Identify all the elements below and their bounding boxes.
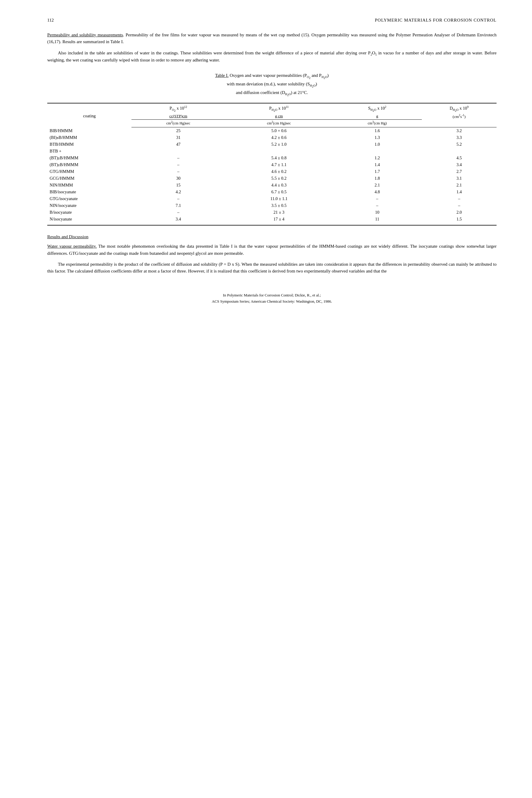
cell-ph2o: 4.2 ± 0.6: [225, 134, 332, 141]
col-header-dh2o-unit2: [422, 119, 497, 127]
table-caption: Table I. Oxygen and water vapour permeab…: [47, 72, 497, 97]
cell-ph2o: 6.7 ± 0.5: [225, 189, 332, 196]
cell-coating: (BI)₃B/HMMM: [47, 134, 131, 141]
cell-po2: –: [131, 196, 225, 202]
cell-dh2o: 2.0: [422, 209, 497, 216]
cell-dh2o: 1.4: [422, 189, 497, 196]
cell-coating: GTG/HMMM: [47, 168, 131, 175]
cell-po2: 25: [131, 127, 225, 134]
cell-po2: 4.2: [131, 189, 225, 196]
table-row: (BI)₃B/HMMM314.2 ± 0.61.33.3: [47, 134, 497, 141]
cell-coating: BTB/HMMM: [47, 141, 131, 148]
cell-ph2o: 4.6 ± 0.2: [225, 168, 332, 175]
cell-po2: [131, 148, 225, 154]
water-vapour-label: Water vapour permeability.: [47, 244, 97, 248]
cell-dh2o: [422, 148, 497, 154]
table-footer-cell: [47, 223, 497, 225]
cell-sh2o: 4.8: [332, 189, 421, 196]
cell-ph2o: 17 ± 4: [225, 216, 332, 223]
cell-sh2o: 1.4: [332, 161, 421, 168]
permeability-table: coating PO2 x 1012 PH2O x 1011 SH2O x 10…: [47, 103, 497, 225]
col-header-po2: PO2 x 1012: [131, 103, 225, 113]
page-title: POLYMERIC MATERIALS FOR CORROSION CONTRO…: [375, 18, 497, 23]
table-row: GCG/HMMM305.5 ± 0.21.83.1: [47, 175, 497, 182]
table-row: B/isocyanate–21 ± 3102.0: [47, 209, 497, 216]
cell-ph2o: 5.4 ± 0.8: [225, 154, 332, 161]
table-row: N/isocyanate3.417 ± 4111.5: [47, 216, 497, 223]
cell-po2: 31: [131, 134, 225, 141]
cell-ph2o: 21 ± 3: [225, 209, 332, 216]
cell-coating: NIN/HMMM: [47, 182, 131, 189]
cell-sh2o: 2.1: [332, 182, 421, 189]
col-header-coating: coating: [47, 103, 131, 127]
cell-coating: (BT)₂B/HMMM: [47, 154, 131, 161]
col-header-po2-unit2: cm2(cm Hg)sec: [131, 119, 225, 127]
cell-po2: 7.1: [131, 202, 225, 209]
col-header-po2-unit1: cc(STP)cm: [131, 113, 225, 120]
cell-ph2o: 4.4 ± 0.3: [225, 182, 332, 189]
cell-sh2o: 1.2: [332, 154, 421, 161]
cell-coating: BIB/HMMM: [47, 127, 131, 134]
cell-coating: GCG/HMMM: [47, 175, 131, 182]
cell-po2: 15: [131, 182, 225, 189]
results-heading-text: Results and Discussion: [47, 234, 88, 239]
results-paragraph1: Water vapour permeability. The most nota…: [47, 243, 497, 257]
table-label: Table I.: [215, 73, 229, 78]
cell-sh2o: 1.7: [332, 168, 421, 175]
cell-dh2o: 2.7: [422, 168, 497, 175]
table-row: (BT)₂B/HMMM–4.7 ± 1.11.43.4: [47, 161, 497, 168]
table-header-row1: coating PO2 x 1012 PH2O x 1011 SH2O x 10…: [47, 103, 497, 113]
col-header-ph2o-unit1: g cm: [225, 113, 332, 120]
cell-dh2o: 4.5: [422, 154, 497, 161]
cell-sh2o: 1.0: [332, 141, 421, 148]
table-caption-line1: Table I. Oxygen and water vapour permeab…: [47, 72, 497, 80]
cell-po2: –: [131, 168, 225, 175]
cell-dh2o: 3.1: [422, 175, 497, 182]
cell-coating: BTB +: [47, 148, 131, 154]
page-header: 112 POLYMERIC MATERIALS FOR CORROSION CO…: [47, 18, 497, 23]
footer-line2: ACS Symposium Series; American Chemical …: [47, 298, 497, 305]
cell-sh2o: 11: [332, 216, 421, 223]
intro-paragraph-1: Permeability and solubility measurements…: [47, 32, 497, 45]
page-footer: In Polymeric Materials for Corrosion Con…: [47, 292, 497, 305]
table-footer-row: [47, 223, 497, 225]
table-caption-line2: with mean deviation (m.d.), water solubi…: [47, 80, 497, 89]
cell-coating: GTG/isocyanate: [47, 196, 131, 202]
cell-sh2o: –: [332, 202, 421, 209]
footer-line1: In Polymeric Materials for Corrosion Con…: [47, 292, 497, 298]
permeability-underline: Permeability and solubility measurements: [47, 33, 123, 37]
col-header-dh2o: DH2O x 109: [422, 103, 497, 113]
cell-ph2o: 4.7 ± 1.1: [225, 161, 332, 168]
cell-dh2o: –: [422, 196, 497, 202]
table-row: BTB +: [47, 148, 497, 154]
cell-sh2o: 1.3: [332, 134, 421, 141]
cell-ph2o: [225, 148, 332, 154]
cell-coating: BIB/isocyanate: [47, 189, 131, 196]
cell-coating: B/isocyanate: [47, 209, 131, 216]
cell-dh2o: 5.2: [422, 141, 497, 148]
cell-sh2o: 1.6: [332, 127, 421, 134]
col-header-sh2o-unit1: g: [332, 113, 421, 120]
cell-ph2o: 11.0 ± 1.1: [225, 196, 332, 202]
cell-sh2o: 10: [332, 209, 421, 216]
cell-po2: –: [131, 161, 225, 168]
cell-coating: N/isocyanate: [47, 216, 131, 223]
table-row: BIB/isocyanate4.26.7 ± 0.54.81.4: [47, 189, 497, 196]
table-row: NIN/HMMM154.4 ± 0.32.12.1: [47, 182, 497, 189]
cell-sh2o: [332, 148, 421, 154]
col-header-dh2o-unit1: (cm2s-1): [422, 113, 497, 120]
data-table-wrapper: coating PO2 x 1012 PH2O x 1011 SH2O x 10…: [47, 103, 497, 225]
cell-dh2o: 2.1: [422, 182, 497, 189]
cell-ph2o: 3.5 ± 0.5: [225, 202, 332, 209]
intro-paragraph-2: Also included in the table are solubilit…: [47, 50, 497, 64]
table-row: (BT)₂B/HMMM–5.4 ± 0.81.24.5: [47, 154, 497, 161]
cell-coating: (BT)₂B/HMMM: [47, 161, 131, 168]
table-row: GTG/isocyanate–11.0 ± 1.1––: [47, 196, 497, 202]
cell-coating: NIN/isocyanate: [47, 202, 131, 209]
cell-po2: 47: [131, 141, 225, 148]
cell-ph2o: 5.0 + 0.6: [225, 127, 332, 134]
cell-po2: 30: [131, 175, 225, 182]
col-header-ph2o-unit2: cm2(cm Hg)sec: [225, 119, 332, 127]
cell-po2: –: [131, 209, 225, 216]
cell-po2: –: [131, 154, 225, 161]
